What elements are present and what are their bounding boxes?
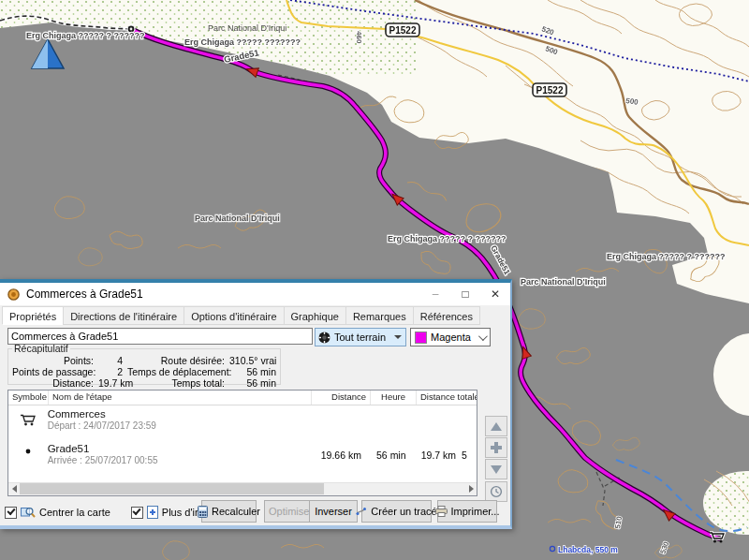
horizontal-scrollbar[interactable] [8,482,477,495]
summary-label: Route désirée: [127,355,225,366]
scrollbar-thumb[interactable] [20,483,324,494]
activity-value: Tout terrain [334,332,386,343]
scroll-left-button[interactable] [8,483,20,494]
clock-icon [490,485,503,498]
cell-heure: 56 min [361,440,406,475]
summary-value: 19.7 km [98,377,123,389]
summary-label: Distance: [12,377,94,389]
erg-label: Erg Chigaga ????? ? ?????? [388,234,506,243]
svg-text:P1522: P1522 [389,25,417,36]
track-icon [356,507,367,516]
table-row[interactable]: Commerces Départ : 24/07/2017 23:59 [8,405,477,440]
erg-label: Erg Chigaga ????? ??????? [184,37,301,47]
more-info-checkbox[interactable] [131,507,143,519]
minimize-button[interactable]: – [420,283,450,305]
close-button[interactable]: ✕ [480,283,510,305]
summary-fieldset: Récapitulatif Points: 4 Route désirée: 3… [7,343,281,385]
up-arrow-icon [491,422,502,431]
invert-button[interactable]: Inverser [309,500,358,523]
more-info-icon [147,506,158,519]
column-header-distance[interactable]: Distance [312,391,371,405]
center-map-checkbox[interactable] [5,507,17,519]
tab-directions[interactable]: Directions de l'itinéraire [63,306,184,325]
park-label: Parc National D'Iriqui [195,214,280,223]
summary-value: 4 [98,355,123,366]
route-icon [7,288,20,301]
summary-value: 310.5° vrai [229,355,276,366]
color-value: Magenta [431,332,471,343]
summary-label: Temps de déplacement: [127,366,225,377]
title-bar[interactable]: Commerces à Grade51 – □ ✕ [0,283,510,305]
table-header: Symbole Nom de l'étape Distance Heure Di… [8,391,477,405]
tab-remarques[interactable]: Remarques [345,306,414,325]
summary-value: 2 [98,366,123,377]
print-button[interactable]: Imprimer... [437,500,497,523]
waypoint-detail: Arrivée : 25/07/2017 00:55 [48,455,308,465]
column-header-symbole[interactable]: Symbole [8,391,49,405]
cell-overflow [456,405,477,440]
button-label: Recalculer [212,506,260,517]
summary-label: Temps total: [127,377,225,389]
center-map-icon [21,506,36,519]
tab-proprietes[interactable]: Propriétés [2,306,64,325]
erg-label: Erg Chigaga ????? ? ?????? [26,31,144,40]
column-header-distance-totale[interactable]: Distance totale [417,391,477,405]
cell-distance: 19.66 km [307,440,361,475]
plus-icon [491,442,502,453]
center-map-label: Centrer la carte [39,507,110,518]
park-label: Parc National D'Iriqui [521,277,606,287]
cell-distance-totale: 19.7 km [406,440,457,475]
table-row[interactable]: Grade51 Arrivée : 25/07/2017 00:55 19.66… [8,440,477,475]
park-label: Parc National D'Iriqui [208,23,286,33]
activity-dropdown[interactable]: Tout terrain [315,328,406,346]
waypoint-detail: Départ : 24/07/2017 23:59 [48,420,308,431]
svg-text:Lhabcda, 550 m: Lhabcda, 550 m [558,545,618,554]
summary-value: 56 min [229,366,276,377]
column-header-nom[interactable]: Nom de l'étape [49,391,312,405]
tab-options[interactable]: Options d'itinéraire [184,306,284,325]
contour-label: 460 [355,31,363,44]
tab-graphique[interactable]: Graphique [284,306,346,325]
column-header-heure[interactable]: Heure [371,391,417,405]
calculator-icon [198,506,208,518]
svg-text:P1522: P1522 [536,85,564,96]
waypoint-name: Commerces [48,408,308,420]
maximize-button[interactable]: □ [450,283,480,305]
shopping-cart-icon [20,413,36,426]
color-dropdown[interactable]: Magenta [410,328,491,346]
down-arrow-icon [491,465,502,474]
button-label: Inverser [315,506,352,517]
chevron-down-icon [478,332,488,341]
move-up-button[interactable] [485,416,507,436]
cell-overflow: 5 [456,440,477,475]
poi-blue-label: Lhabcda, 550 m [550,545,618,554]
recalculate-button[interactable]: Recalculer [201,500,257,523]
printer-icon [435,506,448,517]
chevron-down-icon [394,335,402,339]
button-label: Créer un tracé [371,506,436,517]
tab-bar: Propriétés Directions de l'itinéraire Op… [2,306,479,325]
move-down-button[interactable] [485,459,507,479]
erg-label: Erg Chigaga ????? ? ?????? [607,252,725,261]
color-swatch [415,332,427,344]
button-label: Imprimer... [451,506,500,517]
summary-label: Points de passage: [12,366,94,377]
tire-icon [318,332,330,344]
waypoint-table[interactable]: Symbole Nom de l'étape Distance Heure Di… [7,390,477,496]
summary-legend: Récapitulatif [12,343,70,354]
cell-distance [307,405,361,440]
route-properties-dialog: Commerces à Grade51 – □ ✕ Propriétés Dir… [0,279,512,529]
scroll-right-button[interactable] [465,483,477,494]
time-button[interactable] [485,481,507,502]
cell-distance-totale [406,405,457,440]
dot-icon [24,448,32,455]
button-label: Optimiser [269,506,313,517]
cell-heure [361,405,406,440]
road-shield: P1522 [386,23,419,37]
create-track-button[interactable]: Créer un tracé [361,500,432,523]
window-title: Commerces à Grade51 [26,287,143,301]
contour-label: 500 [625,96,639,107]
waypoint-name: Grade51 [48,443,308,454]
tab-references[interactable]: Références [413,306,480,325]
add-waypoint-button[interactable] [485,437,507,458]
